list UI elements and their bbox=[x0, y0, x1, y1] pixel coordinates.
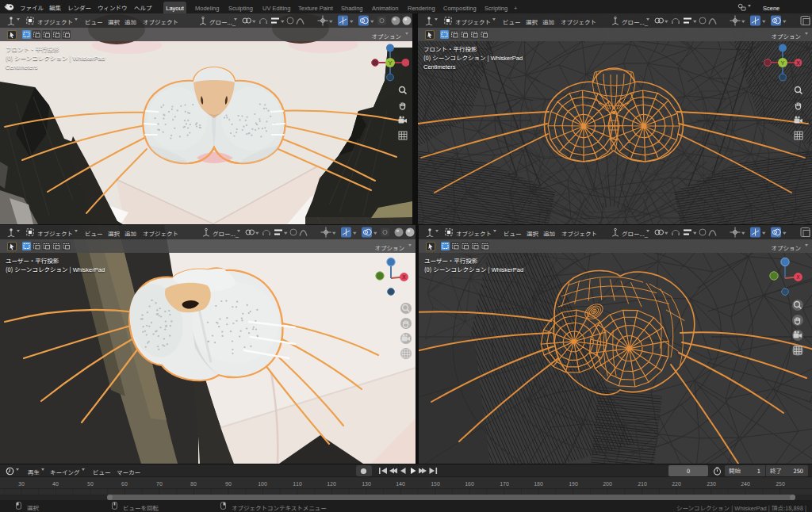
svg-text:X: X bbox=[796, 59, 800, 67]
svg-text:Y: Y bbox=[388, 58, 392, 67]
svg-text:X: X bbox=[796, 273, 800, 281]
svg-text:Y: Y bbox=[780, 58, 784, 67]
svg-text:X: X bbox=[402, 273, 406, 281]
